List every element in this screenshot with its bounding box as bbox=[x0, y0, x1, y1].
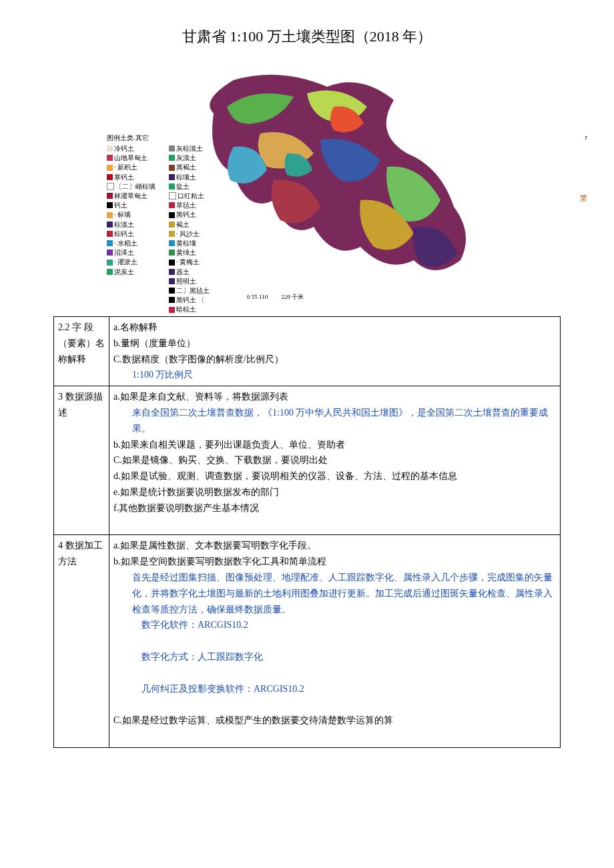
legend-label: 黑钙土 〔 bbox=[176, 296, 205, 304]
legend-item: 黑褐土 bbox=[169, 162, 210, 171]
table-row: 4 数据加工方法 a.如果是属性数据、文本数据要写明数字化手段。 b.如果是空间… bbox=[54, 535, 561, 747]
legend-swatch bbox=[169, 183, 175, 189]
legend-label: 灰棕漠土 bbox=[176, 145, 203, 152]
legend-swatch bbox=[107, 260, 113, 266]
row4-a: a.如果是属性数据、文本数据要写明数字化手段。 bbox=[113, 540, 316, 550]
legend-label: · 风沙土 bbox=[176, 230, 200, 238]
legend-label: · 新积土 bbox=[114, 164, 137, 171]
legend-label: 棕钙土 bbox=[114, 230, 134, 238]
r-mark: r bbox=[585, 133, 587, 141]
legend-swatch bbox=[169, 202, 175, 208]
legend-item: 灰棕漠土 bbox=[169, 143, 210, 153]
legend-label: 黄绵土 bbox=[176, 249, 196, 256]
legend-swatch bbox=[107, 222, 113, 228]
map-figure: 图例土类.其它 冷钙土山地草甸土· 新积土寒钙土〔二〕峭棕填林灌草甸土钙土· 标… bbox=[53, 60, 561, 314]
legend-swatch bbox=[107, 174, 113, 180]
legend-swatch bbox=[169, 231, 175, 237]
row4-c: C.如果是经过数学运算、或模型产生的数据要交待清楚数学运算的算 bbox=[113, 715, 393, 725]
legend-item: 沼泽土 bbox=[107, 248, 156, 257]
legend-label: 盐土 bbox=[176, 183, 190, 190]
legend-swatch bbox=[107, 250, 113, 256]
legend-item: 〔二〕峭棕填 bbox=[107, 181, 156, 191]
legend-label: 冷钙土 bbox=[114, 145, 134, 152]
legend-item: · 黄梅土 bbox=[169, 257, 210, 266]
legend-header: 图例土类.其它 bbox=[107, 133, 210, 142]
legend-swatch bbox=[107, 231, 113, 237]
legend-swatch bbox=[169, 297, 175, 303]
legend-label: 〔二〕峭棕填 bbox=[115, 183, 156, 190]
legend-swatch bbox=[107, 165, 113, 171]
legend-item: 棕漠土 bbox=[107, 220, 156, 229]
scale-numbers: 0 55 110 bbox=[247, 294, 268, 300]
row4-geocorrect: 几何纠正及投影变换软件：ARCGIS10.2 bbox=[113, 681, 556, 697]
row4-method: 数字化方式：人工跟踪数字化 bbox=[113, 649, 556, 665]
legend-item: 黄绵土 bbox=[169, 248, 210, 257]
map-legend: 图例土类.其它 冷钙土山地草甸土· 新积土寒钙土〔二〕峭棕填林灌草甸土钙土· 标… bbox=[107, 133, 210, 314]
row3-a-value: 来自全国第二次土壤普查数据，《1:100 万中华人民共和国土壤图》，是全国第二次… bbox=[113, 405, 556, 437]
legend-label: 器土 bbox=[176, 268, 190, 276]
legend-label: · 水稻土 bbox=[114, 240, 137, 247]
scale-bar: 0 55 110 220 千米 bbox=[247, 293, 304, 302]
legend-label: 二〕黑毡土 bbox=[176, 287, 210, 294]
table-row: 3 数据源描述 a.如果是来自文献、资料等，将数据源列表 来自全国第二次土壤普查… bbox=[54, 386, 561, 535]
legend-swatch bbox=[169, 192, 176, 199]
legend-item: 灰漠土 bbox=[169, 153, 210, 162]
row22-content: a.名称解释 b.量纲（度量单位） C.数据精度（数字图像的解析度/比例尺） 1… bbox=[109, 317, 561, 386]
legend-item: 器土 bbox=[169, 267, 210, 276]
soil-map-image bbox=[187, 60, 521, 287]
legend-item: 棕壤土 bbox=[169, 172, 210, 181]
legend-swatch bbox=[169, 240, 175, 246]
legend-swatch bbox=[169, 250, 175, 256]
row3-e: e.如果是统计数据要说明数据发布的部门 bbox=[113, 487, 279, 497]
legend-swatch bbox=[107, 183, 114, 190]
row3-content: a.如果是来自文献、资料等，将数据源列表 来自全国第二次土壤普查数据，《1:10… bbox=[109, 386, 561, 535]
table-row: 2.2 字 段（要素）名称解释 a.名称解释 b.量纲（度量单位） C.数据精度… bbox=[54, 317, 561, 386]
legend-item: 黑钙土 〔 bbox=[169, 295, 210, 304]
legend-swatch bbox=[169, 212, 175, 218]
legend-item: · 水稻土 bbox=[107, 238, 156, 248]
legend-swatch bbox=[169, 288, 175, 294]
legend-item: 钙土 bbox=[107, 200, 156, 209]
row3-left: 3 数据源描述 bbox=[54, 386, 109, 535]
scale-end: 220 千米 bbox=[281, 294, 304, 300]
row3-f: f.其他数据要说明数据产生基本情况 bbox=[113, 503, 259, 513]
row22-a: a.名称解释 bbox=[113, 322, 158, 332]
legend-label: 寒钙土 bbox=[114, 173, 134, 181]
legend-swatch bbox=[107, 155, 113, 161]
row3-a: a.如果是来自文献、资料等，将数据源列表 bbox=[113, 392, 288, 402]
legend-label: · 黄梅土 bbox=[176, 259, 200, 266]
legend-swatch bbox=[169, 260, 175, 266]
legend-item: 寒钙土 bbox=[107, 172, 156, 181]
legend-item: 泥炭土 bbox=[107, 267, 156, 276]
legend-label: 林灌草甸土 bbox=[114, 192, 147, 199]
legend-swatch bbox=[169, 165, 175, 171]
legend-item: 山地草甸土 bbox=[107, 153, 156, 162]
legend-item: 盐土 bbox=[169, 181, 210, 191]
row3-d: d.如果是试验、观测、调查数据，要说明相关的仪器、设备、方法、过程的基本信息 bbox=[113, 471, 457, 481]
legend-label: 黑褐土 bbox=[176, 164, 196, 171]
legend-label: 棕漠土 bbox=[114, 221, 134, 228]
legend-item: · 新积土 bbox=[107, 162, 156, 171]
legend-item: 林灌草甸土 bbox=[107, 191, 156, 200]
legend-label: 沼泽土 bbox=[114, 249, 134, 256]
legend-swatch bbox=[107, 240, 113, 246]
legend-item: 口红粘土 bbox=[169, 191, 210, 200]
legend-label: 口红粘土 bbox=[178, 192, 204, 199]
legend-swatch bbox=[107, 202, 113, 208]
legend-label: 钙土 bbox=[114, 201, 127, 209]
row4-left: 4 数据加工方法 bbox=[54, 535, 109, 747]
row22-c-value: 1:100 万比例尺 bbox=[113, 367, 556, 383]
legend-swatch bbox=[169, 155, 175, 161]
legend-swatch bbox=[169, 174, 175, 180]
side-kanji: 栗 bbox=[580, 193, 587, 203]
legend-item: 暗棕土 bbox=[169, 304, 210, 314]
legend-swatch bbox=[169, 145, 175, 151]
legend-item: 黄棕壤 bbox=[169, 238, 210, 248]
legend-swatch bbox=[107, 269, 113, 275]
page-title: 甘肃省 1:100 万土壤类型图（2018 年） bbox=[53, 27, 561, 47]
legend-label: 灰漠土 bbox=[176, 154, 196, 161]
row22-b: b.量纲（度量单位） bbox=[113, 338, 196, 348]
legend-swatch bbox=[169, 222, 175, 228]
row22-c: C.数据精度（数字图像的解析度/比例尺） bbox=[113, 354, 284, 364]
row22-left: 2.2 字 段（要素）名称解释 bbox=[54, 317, 109, 386]
